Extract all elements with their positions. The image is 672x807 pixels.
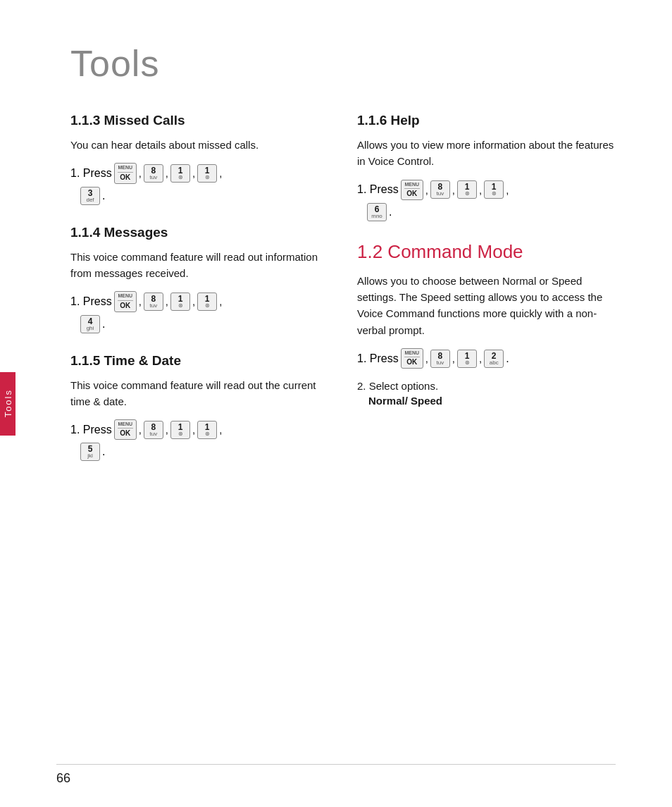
help-instruction-row1: 1. Press MENU OK , 8 tuv , 1 ⊛ , [357, 180, 616, 200]
messages-instruction-row2: 4 ghi . [80, 315, 329, 333]
page-number: 66 [56, 771, 70, 786]
key-1a-2: 1 ⊛ [170, 292, 190, 311]
section-help: 1.1.6 Help Allows you to view more infor… [357, 113, 616, 221]
help-title: 1.1.6 Help [357, 113, 616, 128]
side-tab-bar: Tools [0, 372, 15, 436]
key-8tuv-1: 8 tuv [144, 164, 163, 183]
left-column: 1.1.3 Missed Calls You can hear details … [70, 113, 329, 481]
key-menuok-2: MENU OK [114, 291, 137, 312]
page-container: Tools 1.1.3 Missed Calls You can hear de… [0, 0, 672, 807]
command-mode-press-label: 1. Press [357, 352, 399, 365]
side-tab-label: Tools [3, 389, 13, 417]
time-date-press-label: 1. Press [70, 424, 112, 436]
key-1a-3: 1 ⊛ [170, 421, 190, 439]
key-1-5: 1 ⊛ [457, 350, 477, 368]
key-1a-1: 1 ⊛ [170, 164, 190, 183]
key-8tuv-4: 8 tuv [430, 180, 450, 199]
section-time-date: 1.1.5 Time & Date This voice command fea… [70, 353, 329, 462]
key-menuok-4: MENU OK [401, 180, 423, 200]
key-menuok-1: MENU OK [114, 163, 137, 183]
select-options-value: Normal/ Speed [368, 395, 616, 407]
section-messages: 1.1.4 Messages This voice command featur… [70, 225, 329, 333]
section-missed-calls: 1.1.3 Missed Calls You can hear details … [70, 113, 329, 205]
time-date-instruction-row2: 5 jkl . [80, 443, 329, 461]
key-menuok-3: MENU OK [114, 419, 137, 440]
command-mode-title: 1.2 Command Mode [357, 241, 616, 263]
key-4ghi-1: 4 ghi [80, 315, 100, 333]
right-column: 1.1.6 Help Allows you to view more infor… [357, 113, 616, 481]
key-1b-3: 1 ⊛ [197, 421, 217, 439]
missed-calls-text: You can hear details about missed calls. [70, 137, 329, 153]
page-title: Tools [70, 42, 616, 85]
help-instruction-row2: 6 mno . [367, 203, 616, 221]
messages-title: 1.1.4 Messages [70, 225, 329, 240]
key-1b-2: 1 ⊛ [197, 292, 217, 311]
key-1b-4: 1 ⊛ [484, 180, 504, 199]
key-3def-1: 3 def [80, 187, 100, 205]
content-columns: 1.1.3 Missed Calls You can hear details … [70, 113, 616, 481]
missed-calls-press-label: 1. Press [70, 167, 112, 180]
time-date-text: This voice command feature will read out… [70, 377, 329, 410]
help-text: Allows you to view more information abou… [357, 137, 616, 170]
select-options-label: 2. Select options. [357, 380, 616, 392]
key-menuok-5: MENU OK [401, 348, 423, 369]
messages-press-label: 1. Press [70, 295, 112, 308]
missed-calls-instruction-row2: 3 def . [80, 187, 329, 205]
key-8tuv-2: 8 tuv [144, 292, 163, 311]
key-8tuv-5: 8 tuv [430, 350, 450, 368]
help-press-label: 1. Press [357, 183, 399, 196]
section-command-mode: 1.2 Command Mode Allows you to choose be… [357, 241, 616, 407]
command-mode-step2: 2. Select options. Normal/ Speed [357, 380, 616, 407]
key-5jkl-1: 5 jkl [80, 443, 100, 461]
key-2abc-5: 2 abc [484, 350, 504, 368]
missed-calls-instruction-row1: 1. Press MENU OK , 8 tuv , 1 ⊛ , [70, 163, 329, 183]
messages-text: This voice command feature will read out… [70, 249, 329, 282]
command-mode-text: Allows you to choose between Normal or S… [357, 273, 616, 338]
key-8tuv-3: 8 tuv [144, 421, 163, 439]
bottom-divider [56, 764, 616, 765]
key-1b-1: 1 ⊛ [197, 164, 217, 183]
key-1a-4: 1 ⊛ [457, 180, 477, 199]
time-date-instruction-row1: 1. Press MENU OK , 8 tuv , 1 ⊛ , [70, 419, 329, 440]
missed-calls-title: 1.1.3 Missed Calls [70, 113, 329, 128]
command-mode-instruction-row1: 1. Press MENU OK , 8 tuv , 1 ⊛ , [357, 348, 616, 369]
side-tab: Tools [0, 372, 15, 436]
messages-instruction-row1: 1. Press MENU OK , 8 tuv , 1 ⊛ , [70, 291, 329, 312]
key-6mno-1: 6 mno [367, 203, 387, 221]
time-date-title: 1.1.5 Time & Date [70, 353, 329, 369]
